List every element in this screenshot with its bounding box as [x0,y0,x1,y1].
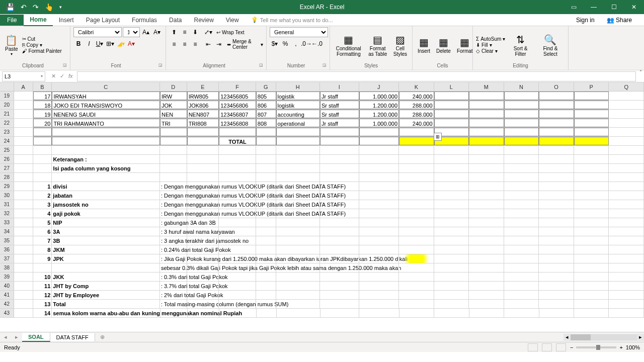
cell-K33[interactable] [399,218,434,227]
cell-H31[interactable] [276,200,320,209]
cell-A43[interactable] [14,309,33,317]
cell-H36[interactable] [276,245,320,254]
cell-N19[interactable] [504,92,539,100]
cell-C27[interactable]: Isi pada column yang kosong [52,164,160,172]
cell-H42[interactable] [276,300,320,308]
cell-G40[interactable] [256,282,276,290]
decrease-indent-icon[interactable]: ⇤ [203,39,213,49]
cell-G29[interactable] [256,182,276,191]
cell-C23[interactable] [52,128,160,136]
cell-D19[interactable]: IRW [160,92,187,100]
cell-B19[interactable]: 17 [33,92,52,100]
increase-font-icon[interactable]: A▴ [141,27,151,37]
cell-H27[interactable] [276,164,320,172]
formula-bar[interactable] [77,71,636,81]
cell-L35[interactable] [434,236,469,245]
tab-insert[interactable]: Insert [53,15,80,26]
cell-I35[interactable] [320,236,359,245]
cell-B26[interactable] [33,155,52,163]
tab-data[interactable]: Data [163,15,188,26]
cell-L21[interactable] [434,110,469,118]
cell-F23[interactable] [219,128,256,136]
cell-M35[interactable] [469,236,504,245]
cell-O23[interactable] [539,128,574,136]
cell-F24[interactable]: TOTAL [219,137,256,145]
cell-P38[interactable] [574,263,609,272]
cell-A27[interactable] [14,164,33,172]
row-header-19[interactable]: 19 [0,92,14,100]
row-header-28[interactable]: 28 [0,173,14,182]
cell-F39[interactable] [219,273,256,281]
font-name-select[interactable]: Calibri [73,27,122,37]
cell-L22[interactable] [434,119,469,127]
cell-P28[interactable] [574,173,609,182]
cell-B25[interactable] [33,146,52,154]
font-size-select[interactable]: 11 [123,27,140,37]
cell-I41[interactable] [320,291,359,299]
cell-G24[interactable] [256,137,276,145]
cell-L40[interactable] [434,282,469,290]
tab-home[interactable]: Home [24,14,52,26]
cell-M22[interactable] [469,119,504,127]
cell-P26[interactable] [574,155,609,163]
cell-G25[interactable] [256,146,276,154]
cell-G41[interactable] [256,291,276,299]
row-header-41[interactable]: 41 [0,291,14,299]
cell-H43[interactable] [277,309,320,317]
cell-B29[interactable]: 1 [33,182,52,191]
cell-N38[interactable] [504,263,539,272]
cell-G31[interactable] [256,200,276,209]
cell-E41[interactable] [187,291,219,299]
cell-N30[interactable] [504,191,539,200]
autosum-button[interactable]: ΣAutoSum ▾ [476,36,505,42]
cell-E24[interactable] [187,137,219,145]
cell-F38[interactable] [219,263,256,272]
row-header-42[interactable]: 42 [0,300,14,308]
cell-O29[interactable] [539,182,574,191]
cell-M24[interactable] [469,137,504,145]
col-header-F[interactable]: F [219,82,256,91]
undo-icon[interactable]: ↶ [21,3,27,11]
decrease-decimal-icon[interactable]: ←.0 [312,39,322,49]
cell-E30[interactable] [187,191,219,200]
cell-E42[interactable] [187,300,219,308]
cell-N26[interactable] [504,155,539,163]
orientation-icon[interactable]: ⤢▾ [203,27,213,37]
cell-D38[interactable]: sebesar 0.3% dikali Gaji Pokok tapi jika… [160,263,187,272]
cell-A28[interactable] [14,173,33,182]
cell-D28[interactable] [160,173,187,182]
cell-N33[interactable] [504,218,539,227]
cell-I40[interactable] [320,282,359,290]
cell-K27[interactable] [399,164,434,172]
cell-I37[interactable] [320,254,359,263]
cell-J37[interactable] [359,254,399,263]
cell-O43[interactable] [539,309,574,317]
align-bottom-icon[interactable]: ⬇ [190,27,200,37]
cell-M40[interactable] [469,282,504,290]
find-select-button[interactable]: 🔍Find & Select [536,33,565,58]
cell-P20[interactable] [574,101,609,109]
cell-O20[interactable] [539,101,574,109]
number-dialog-launcher-icon[interactable]: ◲ [323,63,327,67]
cell-E19[interactable]: IRW805 [187,92,219,100]
cell-H39[interactable] [276,273,320,281]
cell-C31[interactable]: jamsostek no [52,200,160,209]
cell-N35[interactable] [504,236,539,245]
cell-G35[interactable] [256,236,276,245]
clear-button[interactable]: ◇Clear ▾ [476,48,505,54]
row-header-39[interactable]: 39 [0,273,14,281]
cell-J21[interactable]: 1.200.000 [359,110,399,118]
cell-L20[interactable] [434,101,469,109]
cell-J26[interactable] [359,155,399,163]
cell-D43[interactable] [160,309,188,317]
cell-K22[interactable]: 240.000 [399,119,434,127]
cell-D40[interactable]: : 3.7% dari total Gaji Pokok [160,282,187,290]
cell-G36[interactable] [256,245,276,254]
cell-F26[interactable] [219,155,256,163]
cell-Q37[interactable] [609,254,644,263]
cell-P36[interactable] [574,245,609,254]
cell-M34[interactable] [469,227,504,236]
cell-C34[interactable]: 3A [52,227,160,236]
zoom-out-icon[interactable]: − [570,344,573,350]
cell-C40[interactable]: JHT by Comp [52,282,160,290]
